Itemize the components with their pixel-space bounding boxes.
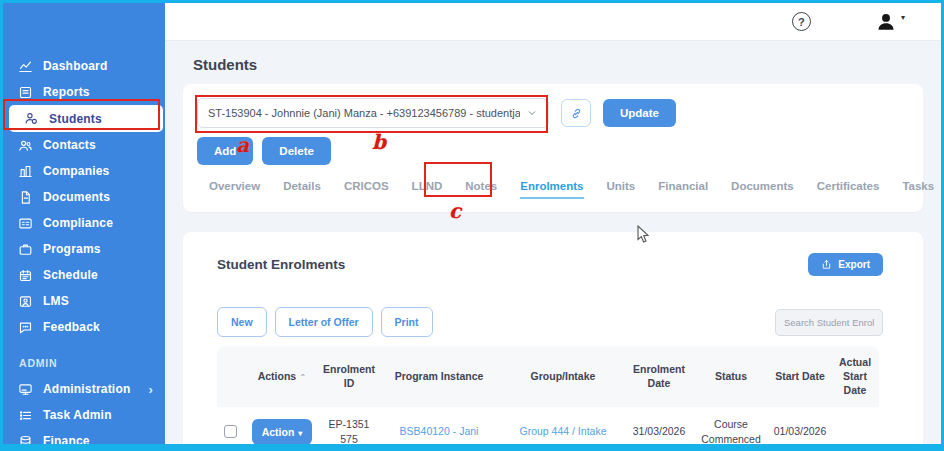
sidebar-item-label: Administration — [43, 382, 130, 396]
sidebar-item-companies[interactable]: Companies — [3, 158, 165, 184]
student-panel: ST-153904 - Johnnie (Jani) Manza - +6391… — [183, 84, 923, 212]
programs-icon — [17, 241, 33, 257]
status: Course Commenced — [693, 409, 769, 444]
sidebar-item-task-admin[interactable]: Task Admin — [3, 402, 165, 428]
sidebar-item-dashboard[interactable]: Dashboard — [3, 53, 165, 79]
sidebar-item-students[interactable]: Students — [9, 105, 163, 132]
task-admin-icon — [17, 407, 33, 423]
sidebar-item-administration[interactable]: Administration› — [3, 376, 165, 402]
sidebar-item-label: Feedback — [43, 320, 100, 334]
reports-icon — [17, 84, 33, 100]
add-button[interactable]: Add — [197, 137, 253, 165]
search-student-enrolment-input[interactable] — [775, 309, 883, 336]
sidebar-item-lms[interactable]: LMS — [3, 288, 165, 314]
letter-of-offer-button[interactable]: Letter of Offer — [275, 307, 373, 337]
delete-button[interactable]: Delete — [262, 137, 331, 165]
column-header-start-date: Start Date — [769, 360, 831, 392]
table-row: Action▾EP-1351575BSB40120 - JaniGroup 44… — [217, 407, 879, 444]
main-area: ? ▾ Students ST-153904 - Johnnie (Jani) … — [165, 3, 941, 444]
tab-financial[interactable]: Financial — [658, 180, 708, 199]
sidebar-item-label: Programs — [43, 242, 101, 256]
administration-icon — [17, 381, 33, 397]
column-header-enrolment-id: Enrolment ID — [321, 353, 377, 399]
sidebar-item-label: Task Admin — [43, 408, 112, 422]
chevron-down-icon: ▾ — [901, 13, 905, 22]
chevron-down-icon — [526, 107, 538, 119]
sidebar-item-label: Contacts — [43, 138, 96, 152]
sidebar-item-documents[interactable]: Documents — [3, 184, 165, 210]
update-button[interactable]: Update — [603, 99, 676, 127]
tab-enrolments[interactable]: Enrolments — [520, 180, 583, 199]
column-header-status: Status — [693, 360, 769, 392]
page-title: Students — [193, 56, 923, 73]
help-icon[interactable]: ? — [792, 12, 811, 31]
sidebar-item-compliance[interactable]: Compliance — [3, 210, 165, 236]
app-window: DashboardReportsStudentsContactsCompanie… — [0, 0, 944, 451]
row-checkbox[interactable] — [224, 425, 237, 438]
group-intake-link[interactable]: Group 444 / Intake — [520, 425, 607, 437]
sidebar-item-programs[interactable]: Programs — [3, 236, 165, 262]
lms-icon — [17, 293, 33, 309]
export-button[interactable]: Export — [808, 253, 883, 276]
open-link-button[interactable] — [561, 99, 591, 127]
column-header-actions[interactable]: Actions⌃ — [243, 360, 321, 392]
sidebar-admin-nav: Administration›Task AdminFinance — [3, 376, 165, 444]
sidebar-item-schedule[interactable]: Schedule — [3, 262, 165, 288]
sidebar-item-label: LMS — [43, 294, 69, 308]
documents-icon — [17, 189, 33, 205]
student-selector-row: ST-153904 - Johnnie (Jani) Manza - +6391… — [197, 98, 909, 128]
sidebar-item-label: Documents — [43, 190, 110, 204]
student-select-dropdown[interactable]: ST-153904 - Johnnie (Jani) Manza - +6391… — [197, 98, 549, 128]
column-header-actual-start-date: Actual Start Date — [831, 346, 879, 407]
tab-units[interactable]: Units — [607, 180, 636, 199]
chevron-right-icon: › — [148, 382, 165, 397]
enrolment-date: 31/03/2026 — [625, 416, 693, 444]
sidebar-item-feedback[interactable]: Feedback — [3, 314, 165, 340]
schedule-icon — [17, 267, 33, 283]
companies-icon — [17, 163, 33, 179]
toolbar-buttons: NewLetter of OfferPrint — [217, 307, 433, 337]
tab-notes[interactable]: Notes — [465, 180, 497, 199]
table-body: Action▾EP-1351575BSB40120 - JaniGroup 44… — [217, 407, 879, 444]
feedback-icon — [17, 319, 33, 335]
sidebar-item-finance[interactable]: Finance — [3, 428, 165, 444]
enrolments-table: Actions⌃Enrolment IDProgram InstanceGrou… — [217, 346, 879, 444]
student-actions-row: Add Delete — [197, 137, 909, 165]
tab-certificates[interactable]: Certificates — [817, 180, 880, 199]
sidebar-item-label: Reports — [43, 85, 90, 99]
tab-cricos[interactable]: CRICOS — [344, 180, 389, 199]
sidebar-item-label: Finance — [43, 434, 90, 444]
enrolments-header: Student Enrolments Export — [217, 253, 883, 276]
user-menu[interactable]: ▾ — [875, 11, 905, 33]
enrolments-title: Student Enrolments — [217, 257, 345, 272]
sort-caret-icon: ⌃ — [299, 372, 306, 382]
enrolments-toolbar: NewLetter of OfferPrint — [217, 307, 883, 337]
contacts-icon — [17, 137, 33, 153]
tab-tasks[interactable]: Tasks — [902, 180, 934, 199]
link-icon — [570, 107, 583, 120]
tab-details[interactable]: Details — [283, 180, 321, 199]
student-tab-strip: OverviewDetailsCRICOSLLNDNotesEnrolments… — [197, 165, 909, 212]
compliance-icon — [17, 215, 33, 231]
program-instance-link[interactable]: BSB40120 - Jani — [400, 425, 479, 437]
sidebar-item-label: Dashboard — [43, 59, 107, 73]
tab-overview[interactable]: Overview — [209, 180, 260, 199]
finance-icon — [17, 433, 33, 444]
action-button[interactable]: Action▾ — [252, 419, 313, 444]
column-header-enrolment-date: Enrolment Date — [625, 353, 693, 399]
export-icon — [821, 259, 832, 270]
start-date: 01/03/2026 — [769, 416, 831, 444]
sidebar-item-reports[interactable]: Reports — [3, 79, 165, 105]
enrolment-id: EP-1351575 — [321, 409, 377, 444]
print-button[interactable]: Print — [381, 307, 433, 337]
page-content: Students ST-153904 - Johnnie (Jani) Manz… — [165, 41, 941, 444]
chevron-down-icon: ▾ — [298, 429, 302, 438]
sidebar-admin-section-label: ADMIN — [19, 357, 165, 369]
new-button[interactable]: New — [217, 307, 267, 337]
tab-llnd[interactable]: LLND — [412, 180, 443, 199]
actual-start-date — [831, 424, 879, 440]
sidebar-item-contacts[interactable]: Contacts — [3, 132, 165, 158]
tab-documents[interactable]: Documents — [731, 180, 794, 199]
student-select-value: ST-153904 - Johnnie (Jani) Manza - +6391… — [208, 107, 520, 119]
enrolments-panel: Student Enrolments Export NewLetter of O… — [183, 232, 923, 444]
